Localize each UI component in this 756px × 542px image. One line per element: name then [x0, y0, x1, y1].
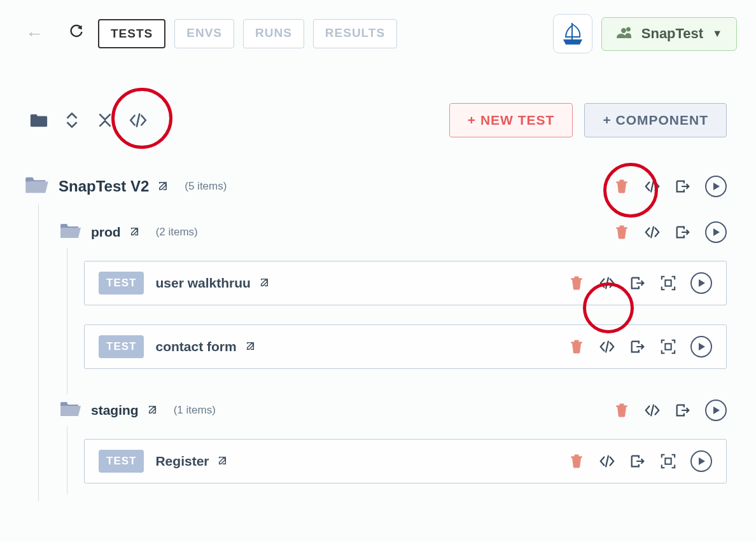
expand-icon[interactable]: [62, 111, 81, 130]
people-icon: [616, 25, 633, 43]
group-icon[interactable]: [660, 453, 676, 469]
folder-open-icon: [59, 400, 82, 421]
new-test-button[interactable]: + NEW TEST: [449, 103, 573, 137]
export-icon[interactable]: [629, 338, 646, 355]
code-icon[interactable]: [644, 224, 661, 240]
group-icon[interactable]: [660, 338, 676, 355]
test-name: contact form: [155, 339, 236, 354]
delete-icon[interactable]: [568, 275, 585, 291]
code-icon[interactable]: [599, 338, 615, 355]
code-icon[interactable]: [644, 402, 661, 419]
folder-name: staging: [91, 403, 139, 418]
component-button[interactable]: + COMPONENT: [584, 103, 727, 137]
test-row[interactable]: TEST Register: [84, 439, 727, 483]
code-icon[interactable]: [599, 453, 615, 469]
item-count: (2 items): [156, 226, 198, 239]
delete-icon[interactable]: [613, 178, 630, 195]
back-arrow-icon[interactable]: ←: [25, 24, 43, 44]
delete-icon[interactable]: [568, 338, 585, 355]
test-name: Register: [155, 454, 209, 469]
delete-icon[interactable]: [613, 402, 630, 419]
test-name: user walkthruu: [155, 275, 250, 291]
tab-tests[interactable]: TESTS: [98, 19, 165, 48]
play-button[interactable]: [705, 221, 727, 243]
folder-name: prod: [91, 225, 121, 240]
delete-icon[interactable]: [613, 224, 630, 240]
folder-row[interactable]: prod (2 items): [59, 216, 727, 248]
group-icon[interactable]: [660, 275, 676, 291]
org-name: SnapTest: [641, 25, 703, 42]
edit-icon[interactable]: [260, 277, 269, 289]
play-button[interactable]: [705, 400, 727, 421]
folder-open-icon: [59, 221, 82, 243]
test-row[interactable]: TEST user walkthruu: [84, 261, 727, 305]
export-icon[interactable]: [675, 224, 691, 240]
tab-runs[interactable]: RUNS: [243, 19, 304, 48]
org-dropdown[interactable]: SnapTest ▼: [601, 17, 737, 51]
export-icon[interactable]: [629, 275, 646, 291]
folder-icon[interactable]: [29, 111, 48, 130]
folder-row[interactable]: staging (1 items): [59, 394, 727, 426]
export-icon[interactable]: [675, 402, 691, 419]
folder-name: SnapTest V2: [59, 177, 149, 195]
play-button[interactable]: [690, 336, 712, 358]
top-bar: ← TESTS ENVS RUNS RESULTS SnapTest ▼: [0, 0, 756, 65]
play-button[interactable]: [705, 176, 727, 197]
chevron-down-icon: ▼: [712, 28, 722, 39]
delete-icon[interactable]: [568, 453, 585, 469]
export-icon[interactable]: [675, 178, 691, 195]
test-tree: SnapTest V2 (5 items) prod (2 items): [0, 156, 756, 501]
edit-icon[interactable]: [246, 341, 255, 352]
collapse-icon[interactable]: [95, 111, 115, 130]
play-button[interactable]: [690, 450, 712, 472]
edit-icon[interactable]: [148, 405, 157, 416]
folder-open-icon: [24, 174, 50, 198]
export-icon[interactable]: [629, 453, 646, 469]
app-logo[interactable]: [553, 14, 592, 53]
item-count: (1 items): [174, 404, 216, 417]
test-badge: TEST: [99, 335, 144, 358]
code-icon[interactable]: [129, 111, 148, 130]
code-icon[interactable]: [599, 275, 615, 291]
code-icon[interactable]: [644, 178, 661, 195]
edit-icon[interactable]: [218, 455, 227, 467]
nav-tabs: TESTS ENVS RUNS RESULTS: [98, 19, 397, 48]
tab-envs[interactable]: ENVS: [174, 19, 234, 48]
test-row[interactable]: TEST contact form: [84, 324, 727, 369]
test-badge: TEST: [99, 450, 144, 473]
folder-row[interactable]: SnapTest V2 (5 items): [24, 169, 727, 204]
edit-icon[interactable]: [158, 181, 168, 193]
play-button[interactable]: [690, 272, 712, 294]
refresh-icon[interactable]: [69, 24, 84, 43]
edit-icon[interactable]: [130, 226, 139, 238]
tab-results[interactable]: RESULTS: [313, 19, 397, 48]
item-count: (5 items): [185, 180, 227, 193]
toolbar: + NEW TEST + COMPONENT: [0, 65, 756, 156]
test-badge: TEST: [99, 272, 144, 295]
